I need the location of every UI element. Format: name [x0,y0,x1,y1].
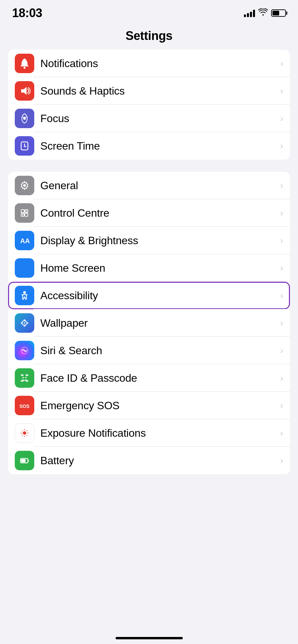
status-bar: 18:03 [0,0,298,23]
svg-point-17 [26,322,28,324]
status-time: 18:03 [12,6,42,20]
notifications-row[interactable]: Notifications › [8,50,290,77]
svg-point-24 [22,324,24,325]
sounds-row[interactable]: Sounds & Haptics › [8,77,290,105]
wallpaper-row[interactable]: Wallpaper › [8,309,290,337]
battery-icon [271,9,286,17]
svg-point-37 [27,432,29,434]
displaybrightness-row[interactable]: AA Display & Brightness › [8,227,290,254]
svg-point-23 [25,324,27,325]
signal-icon [244,9,255,17]
home-indicator [116,637,183,639]
homescreen-row[interactable]: Home Screen › [8,254,290,282]
displaybrightness-label: Display & Brightness [40,234,277,247]
exposurenotifications-row[interactable]: Exposure Notifications › [8,419,290,447]
svg-point-18 [21,322,23,324]
svg-point-31 [25,377,27,378]
siri-icon [15,341,34,360]
svg-rect-10 [25,213,28,216]
exposure-icon [15,423,34,443]
emergencysos-row[interactable]: SOS Emergency SOS › [8,392,290,419]
svg-point-12 [26,211,27,212]
focus-label: Focus [40,112,277,125]
sounds-chevron: › [280,86,283,96]
svg-point-35 [24,436,25,437]
battery-label: Battery [40,454,277,467]
controlcentre-label: Control Centre [40,207,277,219]
settings-group-2: General › Control Centre › AA Display & … [8,172,290,474]
wallpaper-chevron: › [280,318,283,328]
svg-point-30 [23,377,24,378]
svg-rect-43 [28,460,29,462]
emergencysos-label: Emergency SOS [40,399,277,412]
controlcentre-chevron: › [280,208,283,218]
svg-point-34 [24,429,25,430]
homescreen-chevron: › [280,263,283,273]
svg-point-14 [23,291,26,294]
svg-point-36 [20,432,22,434]
svg-rect-26 [21,375,23,376]
sirisearch-row[interactable]: Siri & Search › [8,337,290,364]
faceid-row[interactable]: Face ID & Passcode › [8,364,290,392]
homescreen-label: Home Screen [40,262,277,274]
svg-rect-28 [21,380,23,381]
focus-icon [15,109,34,128]
svg-rect-27 [26,375,28,376]
svg-point-0 [24,67,26,69]
svg-point-22 [22,321,24,322]
battery-row[interactable]: Battery › [8,447,290,474]
svg-rect-44 [21,459,26,462]
general-icon [15,176,34,195]
screentime-chevron: › [280,141,283,151]
notifications-label: Notifications [40,57,277,70]
svg-point-38 [22,430,23,431]
accessibility-label: Accessibility [40,289,277,302]
faceid-chevron: › [280,373,283,383]
page-title-container: Settings [0,23,298,50]
general-row[interactable]: General › [8,172,290,199]
svg-point-19 [24,325,26,327]
battery-chevron: › [280,455,283,466]
controlcentre-row[interactable]: Control Centre › [8,199,290,227]
svg-point-16 [24,319,26,321]
sounds-icon [15,81,34,101]
svg-point-11 [22,214,24,216]
displaybrightness-icon: AA [15,231,34,250]
settings-group-1: Notifications › Sounds & Haptics › Focus… [8,50,290,160]
emergencysos-chevron: › [280,400,283,411]
wallpaper-label: Wallpaper [40,317,277,329]
page-title: Settings [0,29,298,43]
svg-point-33 [23,431,26,435]
accessibility-icon [15,286,34,305]
battery-settings-icon [15,451,34,470]
accessibility-chevron: › [280,290,283,301]
svg-point-39 [26,430,28,431]
homescreen-icon [15,258,34,278]
sirisearch-chevron: › [280,345,283,356]
svg-point-21 [25,321,27,322]
exposurenotifications-chevron: › [280,428,283,438]
focus-row[interactable]: Focus › [8,105,290,132]
wifi-icon [258,8,268,18]
screentime-row[interactable]: Screen Time › [8,132,290,160]
sounds-label: Sounds & Haptics [40,85,277,97]
svg-text:AA: AA [20,237,30,245]
emergencysos-icon: SOS [15,396,34,415]
status-icons [244,8,286,18]
svg-point-2 [23,117,26,120]
svg-point-40 [22,435,23,436]
displaybrightness-chevron: › [280,235,283,246]
faceid-label: Face ID & Passcode [40,372,277,384]
screentime-icon [15,136,34,156]
general-chevron: › [280,180,283,191]
svg-text:SOS: SOS [19,404,30,409]
svg-point-41 [26,435,28,436]
general-label: General [40,179,277,192]
sirisearch-label: Siri & Search [40,344,277,357]
accessibility-row[interactable]: Accessibility › [8,282,290,309]
notifications-icon [15,54,34,73]
focus-chevron: › [280,113,283,124]
svg-rect-29 [26,380,28,381]
controlcentre-icon [15,203,34,223]
svg-point-20 [24,322,25,324]
